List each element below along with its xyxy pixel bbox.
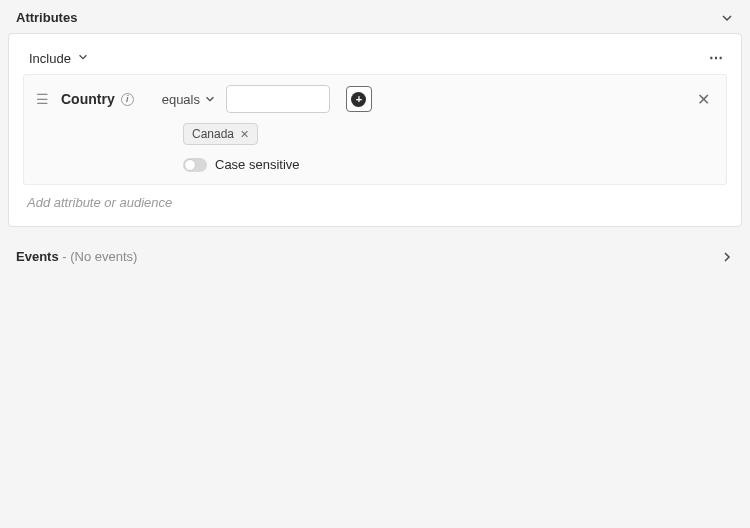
value-tag: Canada ✕	[183, 123, 258, 145]
attributes-panel-title: Attributes	[16, 10, 77, 25]
plus-icon: +	[351, 92, 366, 107]
events-panel-title-wrap: Events - (No events)	[16, 249, 137, 264]
more-icon[interactable]: ⋯	[709, 50, 725, 66]
events-panel-subtitle: - (No events)	[59, 249, 138, 264]
info-icon[interactable]: i	[121, 93, 134, 106]
chevron-down-icon[interactable]	[720, 11, 734, 25]
include-group-card: Include ⋯ ☰ Country i equals + ✕	[8, 33, 742, 227]
remove-tag-icon[interactable]: ✕	[240, 128, 249, 141]
chevron-right-icon[interactable]	[720, 250, 734, 264]
close-icon[interactable]: ✕	[693, 90, 714, 109]
operator-dropdown[interactable]: equals	[162, 92, 216, 107]
operator-label: equals	[162, 92, 200, 107]
events-panel-title: Events	[16, 249, 59, 264]
value-input[interactable]	[226, 85, 330, 113]
include-dropdown-label: Include	[29, 51, 71, 66]
add-attribute-link[interactable]: Add attribute or audience	[23, 185, 727, 214]
attribute-name: Country i	[61, 91, 134, 107]
value-tag-label: Canada	[192, 127, 234, 141]
drag-handle-icon[interactable]: ☰	[34, 91, 51, 107]
toggle-knob	[184, 159, 196, 171]
rule-container: ☰ Country i equals + ✕ Canada ✕	[23, 74, 727, 185]
chevron-down-icon[interactable]	[77, 51, 91, 65]
attribute-name-label: Country	[61, 91, 115, 107]
case-sensitive-toggle[interactable]	[183, 158, 207, 172]
add-value-button[interactable]: +	[346, 86, 372, 112]
case-sensitive-label: Case sensitive	[215, 157, 300, 172]
